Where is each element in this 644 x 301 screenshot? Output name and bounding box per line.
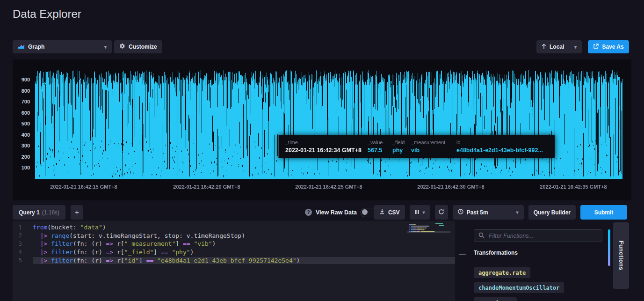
query-tab-name: Query 1 <box>19 209 40 216</box>
refresh-button[interactable] <box>435 205 448 220</box>
line-number: 1 <box>13 224 33 231</box>
tooltip-value: vib <box>411 147 456 154</box>
line-number: 3 <box>13 241 33 247</box>
tooltip-value: e48bd4a1-e2d1-43eb-bfcf-992... <box>456 147 543 154</box>
help-icon[interactable]: ? <box>305 209 312 216</box>
download-csv-button[interactable]: CSV <box>374 205 405 220</box>
x-tick-label: 2022-01-21 16:42:35 GMT+8 <box>540 184 607 190</box>
export-icon <box>593 44 599 51</box>
tooltip-column: _measurementvib <box>411 139 456 154</box>
tooltip-value: 2022-01-21 16:42:34 GMT+8 <box>285 147 368 154</box>
tooltip-column-header: _time <box>285 139 368 145</box>
functions-panel: Transformations aggregate.ratechandeMome… <box>470 221 611 301</box>
tooltip-column: _fieldphy <box>392 139 411 154</box>
chevron-down-icon: ▾ <box>574 44 577 50</box>
page-title: Data Explorer <box>13 7 81 21</box>
functions-category-label: Transformations <box>474 250 518 256</box>
code-line[interactable]: 5 |> filter(fn: (r) => r["id"] == "e48bd… <box>13 256 455 264</box>
function-item[interactable]: covariance <box>474 297 517 301</box>
x-axis: 2022-01-21 16:42:15 GMT+82022-01-21 16:4… <box>13 59 631 200</box>
clock-icon <box>458 209 463 216</box>
query-tab[interactable]: Query 1 (1.16s) <box>13 205 65 220</box>
submit-label: Submit <box>594 209 614 216</box>
query-duration: (1.16s) <box>42 209 59 216</box>
customize-button[interactable]: Customize <box>114 40 162 53</box>
chevron-down-icon: ▾ <box>516 210 519 215</box>
view-raw-data-group: ? View Raw Data <box>305 205 377 220</box>
visualization-type-label: Graph <box>28 44 44 50</box>
code-line[interactable]: 4 |> filter(fn: (r) => r["_field"] == "p… <box>13 248 455 257</box>
flux-script-editor[interactable]: 1from(bucket: "data")2 |> range(start: v… <box>13 221 455 301</box>
function-item[interactable]: aggregate.rate <box>474 267 530 278</box>
function-search-box[interactable] <box>474 229 602 242</box>
tooltip-column-header: _value <box>368 139 392 145</box>
download-icon <box>379 209 385 216</box>
toggle-knob <box>362 209 368 215</box>
tooltip-column-header: _measurement <box>411 139 456 145</box>
code-lines: 1from(bucket: "data")2 |> range(start: v… <box>13 223 455 264</box>
pause-icon <box>415 209 420 216</box>
code-text: |> filter(fn: (r) => r["_field"] == "phy… <box>33 249 455 256</box>
tooltip-column: _value567.5 <box>368 139 392 154</box>
x-tick-label: 2022-01-21 16:42:25 GMT+8 <box>295 184 362 190</box>
add-query-button[interactable]: + <box>71 205 83 220</box>
save-location-label: Local <box>550 44 564 50</box>
time-range-label: Past 5m <box>467 209 488 216</box>
function-item[interactable]: chandeMomentumOscillator <box>474 282 564 293</box>
query-controls: CSV ▾ Past 5m ▾ Query Bui <box>374 205 627 220</box>
save-as-label: Save As <box>602 44 623 50</box>
line-number: 2 <box>13 232 33 239</box>
functions-side-tab[interactable]: Functions <box>613 222 629 289</box>
code-line[interactable]: 3 |> filter(fn: (r) => r["_measurement"]… <box>13 240 455 248</box>
submit-button[interactable]: Submit <box>580 205 627 220</box>
x-tick-label: 2022-01-21 16:42:15 GMT+8 <box>50 184 117 190</box>
graph-icon <box>18 44 25 51</box>
line-number: 5 <box>13 257 33 264</box>
functions-scrollbar[interactable] <box>608 229 610 266</box>
chart-panel: 900800700600500400300200100 2022-01-21 1… <box>13 59 631 200</box>
refresh-icon <box>438 209 444 216</box>
csv-label: CSV <box>388 209 400 216</box>
search-icon <box>478 232 485 240</box>
save-as-button[interactable]: Save As <box>588 40 629 53</box>
view-raw-data-label: View Raw Data <box>316 209 357 216</box>
tooltip-column: _time2022-01-21 16:42:34 GMT+8 <box>285 139 368 154</box>
customize-label: Customize <box>129 44 157 50</box>
tooltip-column: ide48bd4a1-e2d1-43eb-bfcf-992... <box>456 139 543 154</box>
tooltip-value: 567.5 <box>368 147 392 154</box>
tooltip-column-header: id <box>456 139 543 145</box>
tooltip-value: phy <box>392 147 411 154</box>
query-builder-button[interactable]: Query Builder <box>528 205 576 220</box>
query-bar: Query 1 (1.16s) + ? View Raw Data CSV ▾ <box>13 205 631 220</box>
chevron-down-icon: ▾ <box>104 44 107 50</box>
visualization-type-dropdown[interactable]: Graph ▾ <box>13 40 112 53</box>
chevron-down-icon: ▾ <box>423 210 425 215</box>
pause-refresh-button[interactable]: ▾ <box>410 205 430 220</box>
chart-tooltip: _time2022-01-21 16:42:34 GMT+8_value567.… <box>278 135 555 158</box>
function-search-input[interactable] <box>488 232 598 240</box>
time-range-dropdown[interactable]: Past 5m ▾ <box>453 205 524 220</box>
functions-side-tab-label: Functions <box>618 241 624 270</box>
save-location-dropdown[interactable]: Local ▾ <box>536 40 582 53</box>
query-builder-label: Query Builder <box>534 209 571 216</box>
code-line[interactable]: 1from(bucket: "data") <box>13 223 455 232</box>
panel-resize-handle[interactable] <box>459 254 466 255</box>
x-tick-label: 2022-01-21 16:42:20 GMT+8 <box>173 184 240 190</box>
x-tick-label: 2022-01-21 16:42:30 GMT+8 <box>417 184 484 190</box>
gear-icon <box>119 43 125 51</box>
code-text: |> filter(fn: (r) => r["id"] == "e48bd4a… <box>33 257 455 264</box>
line-number: 4 <box>13 249 33 256</box>
code-text: |> range(start: v.timeRangeStart, stop: … <box>33 232 455 239</box>
toolbar: Graph ▾ Customize Local ▾ Save As <box>13 40 631 53</box>
code-text: from(bucket: "data") <box>33 224 455 231</box>
code-line[interactable]: 2 |> range(start: v.timeRangeStart, stop… <box>13 232 455 240</box>
editor-minimap[interactable] <box>407 222 450 297</box>
tooltip-column-header: _field <box>392 139 411 145</box>
data-explorer-page: Data Explorer Graph ▾ Customize Local ▾ <box>0 0 644 301</box>
arrow-up-icon <box>542 44 546 51</box>
code-text: |> filter(fn: (r) => r["_measurement"] =… <box>33 240 455 247</box>
functions-list: aggregate.ratechandeMomentumOscillatorco… <box>474 267 564 301</box>
